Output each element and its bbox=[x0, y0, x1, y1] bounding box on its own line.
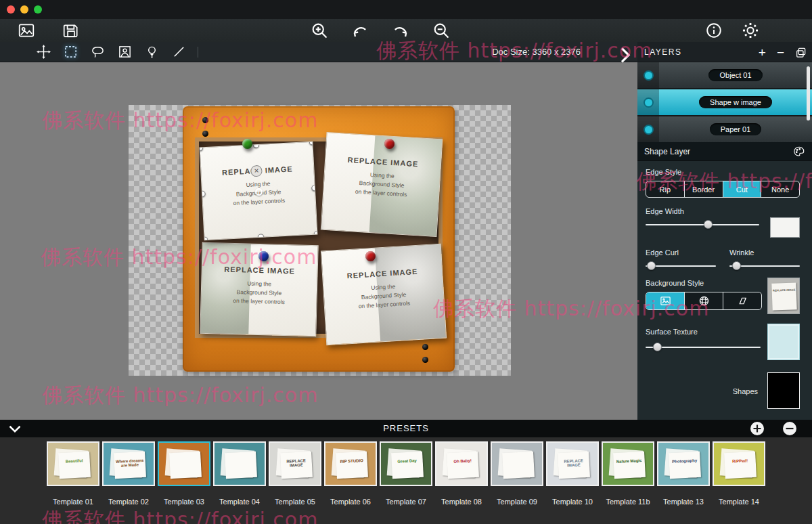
minimize-window-button[interactable] bbox=[20, 5, 28, 14]
slider-knob[interactable] bbox=[704, 220, 713, 229]
line-tool[interactable] bbox=[171, 44, 187, 60]
doc-size-label: Doc Size: 3360 x 2376 bbox=[492, 47, 581, 57]
bg-style-plane-icon[interactable] bbox=[723, 292, 761, 309]
thumbnail-card: RIP STUDIO bbox=[336, 452, 368, 479]
preset-template[interactable]: BeautifulTemplate 01 bbox=[47, 441, 99, 524]
preset-template[interactable]: Great DayTemplate 07 bbox=[380, 441, 432, 524]
layer-name[interactable]: Paper 01 bbox=[710, 123, 762, 135]
presets-bar: PRESETS bbox=[0, 420, 812, 437]
photo-card-1[interactable]: REPLACE IMAGE Using the Background Style… bbox=[200, 141, 318, 241]
slider-knob[interactable] bbox=[732, 261, 741, 270]
layer-name[interactable]: Object 01 bbox=[708, 69, 762, 81]
zoom-in-icon[interactable] bbox=[310, 21, 329, 40]
preset-thumbnail[interactable]: RiPPed! bbox=[713, 441, 765, 486]
preset-thumbnail[interactable]: REPLACE IMAGE bbox=[546, 441, 599, 486]
preset-template[interactable]: Template 04 bbox=[213, 441, 266, 524]
thumbnail-card bbox=[225, 452, 257, 479]
layer-row[interactable]: Paper 01 bbox=[637, 116, 812, 142]
preset-thumbnail[interactable] bbox=[213, 441, 266, 486]
photo-card-4[interactable]: REPLACE IMAGE Using the Background Style… bbox=[321, 244, 447, 346]
bg-style-image-icon[interactable] bbox=[646, 292, 685, 309]
photo-editor-icon[interactable] bbox=[18, 21, 41, 40]
app-window: Doc Size: 3360 x 2376 REPLACE IMAGE Usin… bbox=[0, 0, 812, 524]
preset-label: Template 02 bbox=[102, 498, 155, 506]
preset-template[interactable]: Nature MagicTemplate 11b bbox=[602, 441, 654, 524]
edge-style-label: Edge Style bbox=[646, 168, 800, 176]
preset-thumbnail[interactable]: Nature Magic bbox=[602, 441, 654, 486]
surface-texture-preview[interactable] bbox=[767, 324, 800, 360]
preset-template[interactable]: RIP STUDIOTemplate 06 bbox=[324, 441, 377, 524]
canvas-area[interactable]: REPLACE IMAGE Using the Background Style… bbox=[0, 62, 637, 420]
surface-texture-slider[interactable] bbox=[646, 343, 761, 352]
chevron-right-icon[interactable] bbox=[618, 46, 632, 58]
layer-name[interactable]: Shape w image bbox=[699, 96, 772, 108]
deselect-icon[interactable]: × bbox=[250, 165, 263, 177]
move-tool[interactable] bbox=[35, 44, 51, 60]
preset-thumbnail[interactable]: RIP STUDIO bbox=[324, 441, 377, 486]
preset-thumbnail[interactable]: REPLACE IMAGE bbox=[269, 441, 321, 486]
edge-width-slider[interactable] bbox=[646, 220, 759, 230]
preset-template[interactable]: Template 09 bbox=[491, 441, 543, 524]
edge-style-rip[interactable]: Rip bbox=[646, 181, 685, 197]
layer-visibility-dot[interactable] bbox=[644, 125, 654, 135]
layers-panel: LAYERS + − Object 01Shape w imagePaper 0… bbox=[637, 42, 812, 420]
preset-template[interactable]: PhotographyTemplate 13 bbox=[657, 441, 710, 524]
slider-track bbox=[646, 224, 759, 225]
brad-dot bbox=[202, 131, 208, 137]
preset-template[interactable]: Oh Baby!Template 08 bbox=[435, 441, 488, 524]
bg-style-sphere-icon[interactable] bbox=[685, 292, 723, 309]
pushpin-green bbox=[242, 139, 252, 149]
layer-visibility-dot[interactable] bbox=[644, 70, 654, 81]
edge-style-none[interactable]: None bbox=[761, 181, 799, 197]
slider-knob[interactable] bbox=[653, 343, 662, 351]
toolbar-divider bbox=[198, 47, 198, 58]
edge-style-cut[interactable]: Cut bbox=[723, 181, 762, 197]
zoom-out-icon[interactable] bbox=[432, 21, 451, 40]
toolbar-center-group bbox=[310, 19, 451, 42]
preset-thumbnail[interactable] bbox=[158, 441, 210, 486]
add-layer-icon[interactable]: + bbox=[759, 46, 766, 59]
layer-row[interactable]: Object 01 bbox=[637, 62, 812, 88]
thumbnail-card bbox=[169, 452, 202, 479]
preset-thumbnail[interactable]: Beautiful bbox=[47, 441, 99, 486]
palette-icon[interactable] bbox=[793, 146, 805, 158]
duplicate-layer-icon[interactable] bbox=[795, 47, 807, 58]
layers-panel-header: LAYERS + − bbox=[637, 42, 812, 62]
add-preset-icon[interactable] bbox=[750, 421, 765, 436]
preset-thumbnail[interactable]: Oh Baby! bbox=[435, 441, 488, 486]
info-icon[interactable] bbox=[705, 22, 723, 39]
wrinkle-slider[interactable] bbox=[729, 261, 800, 271]
preset-template[interactable]: RiPPed!Template 14 bbox=[713, 441, 765, 524]
thumbnail-card bbox=[502, 452, 535, 479]
edge-curl-slider[interactable] bbox=[646, 261, 716, 271]
preset-template[interactable]: REPLACE IMAGETemplate 10 bbox=[546, 441, 599, 524]
preset-thumbnail[interactable]: Photography bbox=[657, 441, 710, 486]
rect-marquee-tool[interactable] bbox=[62, 44, 78, 60]
close-window-button[interactable] bbox=[7, 5, 15, 14]
remove-layer-icon[interactable]: − bbox=[777, 46, 784, 59]
lasso-tool[interactable] bbox=[89, 44, 106, 60]
remove-preset-icon[interactable] bbox=[782, 421, 797, 436]
redo-icon[interactable] bbox=[391, 21, 410, 40]
preset-thumbnail[interactable]: Where dreams are Made bbox=[102, 441, 155, 486]
photo-card-2[interactable]: REPLACE IMAGE Using the Background Style… bbox=[321, 132, 443, 237]
portrait-tool[interactable] bbox=[116, 44, 133, 60]
zoom-window-button[interactable] bbox=[34, 5, 42, 14]
preset-thumbnail[interactable] bbox=[491, 441, 543, 486]
save-icon[interactable] bbox=[62, 21, 85, 40]
settings-gear-icon[interactable] bbox=[742, 22, 759, 39]
undo-icon[interactable] bbox=[351, 21, 369, 40]
slider-knob[interactable] bbox=[647, 261, 656, 270]
layers-scrollbar[interactable] bbox=[807, 66, 810, 121]
preset-template[interactable]: REPLACE IMAGETemplate 05 bbox=[269, 441, 321, 524]
bulb-tool[interactable] bbox=[143, 44, 160, 60]
shapes-preview[interactable] bbox=[767, 372, 800, 409]
layer-row[interactable]: Shape w image bbox=[637, 89, 812, 115]
shape-layer-header: Shape Layer bbox=[637, 142, 812, 161]
edge-style-border[interactable]: Border bbox=[685, 181, 723, 197]
layer-visibility-dot[interactable] bbox=[644, 97, 654, 108]
preset-thumbnail[interactable]: Great Day bbox=[380, 441, 432, 486]
preset-template[interactable]: Where dreams are MadeTemplate 02 bbox=[102, 441, 155, 524]
document[interactable]: REPLACE IMAGE Using the Background Style… bbox=[129, 105, 511, 376]
preset-template[interactable]: Template 03 bbox=[158, 441, 210, 524]
